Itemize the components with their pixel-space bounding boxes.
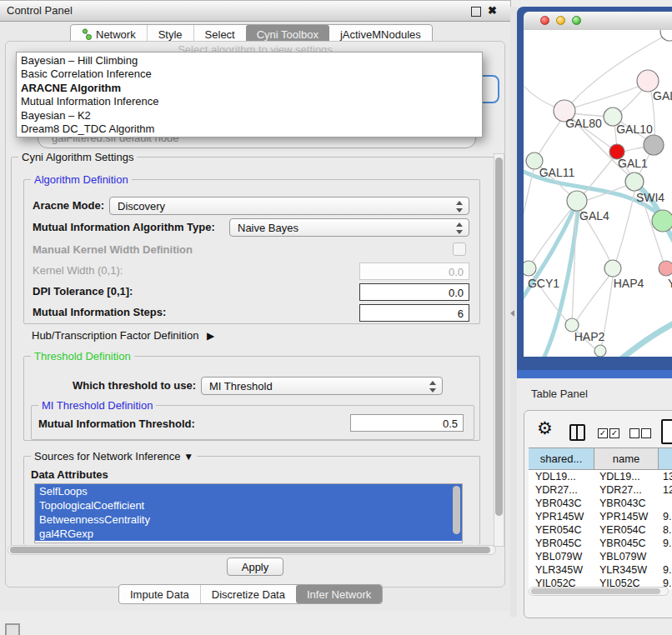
algorithm-option-bayesian-k2[interactable]: Bayesian – K2 [17, 109, 482, 122]
network-node-label: GAL10 [616, 122, 653, 136]
table-cell: 9. [659, 537, 672, 550]
table-row[interactable]: YER054CYER054C8. [529, 523, 672, 537]
mac-close-icon[interactable] [540, 16, 549, 25]
tab-label: Infer Network [307, 588, 371, 601]
table-row[interactable]: YPR145WYPR145W9. [529, 510, 672, 523]
manual-kernel-label: Manual Kernel Width Definition [33, 243, 193, 256]
table-cell: YBR045C [529, 537, 594, 550]
chevron-down-icon[interactable]: ▼ [183, 451, 193, 462]
tab-discretize-data[interactable]: Discretize Data [200, 585, 296, 603]
network-node[interactable] [652, 210, 672, 232]
table-cell [659, 550, 672, 563]
panel-divider[interactable] [510, 7, 517, 617]
table-body: YDL19...YDL19...13YDR27...YDR27...12YBR0… [529, 470, 672, 590]
column-chooser-icon[interactable] [569, 424, 585, 441]
checked-checkbox-icon[interactable]: ✓ [609, 428, 619, 438]
kernel-width-field[interactable]: 0.0 [359, 262, 469, 280]
table-row[interactable]: YDR27...YDR27...12 [529, 483, 672, 497]
network-node[interactable] [604, 260, 621, 277]
hub-definition-label: Hub/Transcription Factor Definition [32, 329, 198, 342]
network-node[interactable] [524, 261, 536, 276]
attribute-item-gal4rgexp[interactable]: gal4RGexp [35, 527, 462, 541]
network-node-label: Y [668, 277, 672, 290]
table-row[interactable]: YBL079WYBL079W [529, 550, 672, 563]
network-window-titlebar [524, 12, 672, 31]
data-attributes-list[interactable]: SelfLoopsTopologicalCoefficientBetweenne… [34, 483, 463, 543]
float-window-icon[interactable] [471, 7, 481, 17]
tab-label: Cyni Toolbox [257, 28, 318, 41]
apply-button[interactable]: Apply [227, 558, 283, 576]
network-node[interactable] [594, 345, 606, 357]
manual-kernel-checkbox[interactable] [453, 242, 466, 256]
attribute-item-betweennesscentrality[interactable]: BetweennessCentrality [35, 512, 462, 527]
combo-stepper-icon [455, 201, 463, 212]
scrollbar-thumb[interactable] [10, 547, 490, 553]
unchecked-checkbox-icon[interactable] [629, 428, 639, 438]
mac-zoom-icon[interactable] [572, 16, 581, 25]
table-cell: 12 [659, 483, 672, 497]
mac-minimize-icon[interactable] [556, 16, 565, 25]
hub-definition-toggle[interactable]: Hub/Transcription Factor Definition ▶ [32, 329, 214, 342]
tab-label: Style [158, 28, 183, 41]
group-title: Sources for Network Inference ▼ [31, 450, 197, 462]
table-row[interactable]: YBR043CYBR043C [529, 497, 672, 510]
algorithm-option-mutual-information-inference[interactable]: Mutual Information Inference [17, 95, 482, 108]
which-threshold-combo[interactable]: MI Threshold [201, 377, 443, 395]
table-cell: YLR345W [594, 563, 659, 577]
network-node[interactable] [567, 191, 587, 211]
group-title: Algorithm Definition [31, 173, 132, 186]
control-panel-titlebar: Control Panel ✖ [0, 1, 510, 22]
tab-label: jActiveMNodules [340, 28, 421, 41]
gear-icon[interactable]: ⚙ [537, 418, 553, 438]
algorithm-option-basic-correlation-inference[interactable]: Basic Correlation Inference [17, 68, 482, 81]
table-row[interactable]: YLR345WYLR345W9. [529, 563, 672, 577]
network-node[interactable] [659, 261, 672, 276]
mi-threshold-field[interactable]: 0.5 [350, 414, 464, 432]
network-node-label: GAL80 [565, 117, 602, 130]
attribute-item-topologicalcoefficient[interactable]: TopologicalCoefficient [35, 498, 462, 512]
mi-steps-field[interactable]: 6 [359, 304, 469, 322]
table-cell: YDL19... [529, 470, 594, 483]
cyni-toolbox-panel: Select algorithm to view settings galFil… [5, 41, 505, 588]
aracne-mode-combo[interactable]: Discovery [109, 197, 469, 215]
algorithm-dropdown-popup: Bayesian – Hill ClimbingBasic Correlatio… [16, 52, 483, 138]
which-threshold-value: MI Threshold [209, 380, 273, 392]
tab-infer-network[interactable]: Infer Network [296, 585, 382, 603]
network-graph: GAL7GAL80GAL10GAL1GAL11SWI4GAL4GCY1HAP4Y… [524, 30, 672, 357]
column-header-name[interactable]: name [594, 448, 659, 469]
algorithm-option-dream8-dc-tdc-algorithm[interactable]: Dream8 DC_TDC Algorithm [17, 122, 482, 136]
column-header-a[interactable]: A [659, 448, 672, 469]
tab-impute-data[interactable]: Impute Data [119, 585, 200, 603]
network-edge [572, 205, 576, 322]
table-cell: YER054C [529, 523, 594, 537]
unchecked-checkbox-icon[interactable] [641, 428, 651, 438]
network-node[interactable] [644, 135, 664, 155]
network-node[interactable] [660, 30, 672, 41]
close-icon[interactable]: ✖ [488, 4, 497, 17]
checked-checkbox-icon[interactable]: ✓ [598, 428, 608, 438]
divider-collapse-handle[interactable] [510, 310, 514, 317]
algorithm-option-bayesian-hill-climbing[interactable]: Bayesian – Hill Climbing [17, 54, 482, 68]
column-header-shared[interactable]: shared... [529, 448, 594, 469]
aracne-mode-label: Aracne Mode: [33, 199, 104, 212]
network-node-label: GAL7 [653, 89, 672, 102]
table-row[interactable]: YDL19...YDL19...13 [529, 470, 672, 483]
dock-panel-icon[interactable] [5, 623, 20, 635]
table-cell: YPR145W [594, 510, 659, 523]
mi-type-combo[interactable]: Naive Bayes [229, 218, 469, 237]
document-icon[interactable] [661, 419, 672, 444]
network-node[interactable] [625, 172, 644, 191]
algorithm-option-aracne-algorithm[interactable]: ARACNE Algorithm [17, 82, 482, 95]
attribute-item-selfloops[interactable]: SelfLoops [35, 484, 462, 498]
tab-label: Discretize Data [212, 588, 285, 601]
sources-title: Sources for Network Inference [34, 450, 181, 462]
table-row[interactable]: YBR045CYBR045C9. [529, 537, 672, 550]
tab-label: Select [205, 28, 235, 41]
dpi-tolerance-field[interactable]: 0.0 [359, 283, 469, 301]
list-scrollbar-thumb[interactable] [453, 486, 460, 534]
network-node-label: GAL1 [618, 157, 648, 170]
scrollbar-thumb[interactable] [531, 588, 660, 594]
scrollbar-thumb[interactable] [495, 158, 503, 516]
network-canvas[interactable]: GAL7GAL80GAL10GAL1GAL11SWI4GAL4GCY1HAP4Y… [524, 30, 672, 357]
dpi-tolerance-label: DPI Tolerance [0,1]: [33, 285, 133, 298]
